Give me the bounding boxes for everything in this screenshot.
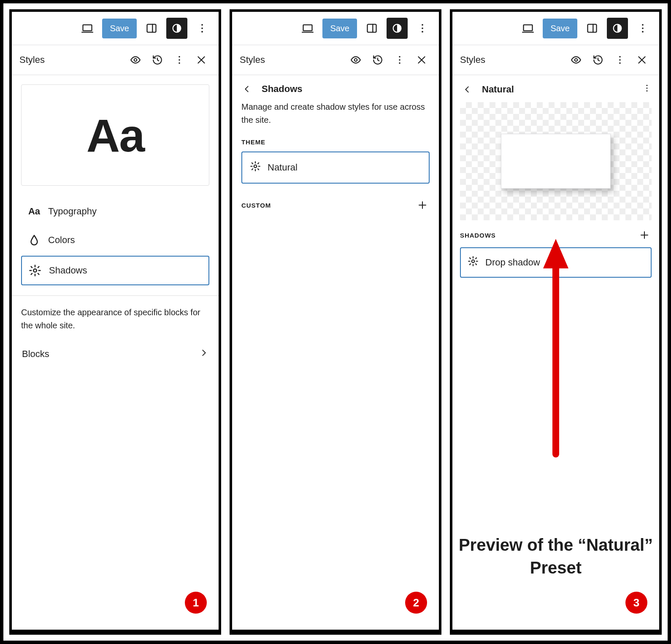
typography-nav[interactable]: Aa Typography xyxy=(21,198,209,225)
styles-toggle-button[interactable] xyxy=(166,18,187,39)
svg-point-41 xyxy=(254,165,257,168)
settings-sidebar-toggle[interactable] xyxy=(582,18,603,39)
drop-shadow-item[interactable]: Drop shadow xyxy=(460,247,652,278)
svg-point-12 xyxy=(179,59,180,60)
stylebook-icon[interactable] xyxy=(566,50,586,70)
shadows-section-label: SHADOWS xyxy=(460,232,496,239)
svg-point-38 xyxy=(399,62,400,64)
close-styles-panel[interactable] xyxy=(632,50,652,70)
three-panel-walkthrough: Save Styles xyxy=(0,0,671,644)
svg-line-49 xyxy=(258,163,259,164)
shadows-panel-header: Shadows xyxy=(232,75,439,96)
styles-panel-header: Styles xyxy=(452,45,659,75)
back-button[interactable] xyxy=(240,84,254,94)
options-menu-button[interactable] xyxy=(632,18,653,39)
options-menu-button[interactable] xyxy=(192,18,213,39)
close-styles-panel[interactable] xyxy=(412,50,431,70)
revisions-icon[interactable] xyxy=(148,50,167,70)
svg-point-36 xyxy=(399,56,400,57)
shadows-nav[interactable]: Shadows xyxy=(21,256,209,285)
svg-point-57 xyxy=(642,24,644,26)
styles-panel-title: Styles xyxy=(460,54,485,65)
svg-line-81 xyxy=(476,258,476,259)
svg-line-48 xyxy=(252,169,253,170)
save-button[interactable]: Save xyxy=(322,19,357,38)
svg-line-80 xyxy=(470,264,471,265)
close-styles-panel[interactable] xyxy=(192,50,211,70)
svg-point-59 xyxy=(642,31,644,32)
styles-panel-title: Styles xyxy=(19,54,45,65)
settings-sidebar-toggle[interactable] xyxy=(141,18,162,39)
typography-label: Typography xyxy=(48,206,97,217)
view-laptop-button[interactable] xyxy=(297,18,318,39)
svg-point-13 xyxy=(179,62,180,64)
preset-detail-body: Natural SHADOWS Drop shadow xyxy=(452,75,659,632)
theme-preset-natural[interactable]: Natural xyxy=(241,152,430,184)
custom-section-label: CUSTOM xyxy=(241,202,271,209)
svg-line-46 xyxy=(252,163,253,164)
revisions-icon[interactable] xyxy=(588,50,608,70)
settings-sidebar-toggle[interactable] xyxy=(361,18,382,39)
step-badge-1: 1 xyxy=(185,592,207,614)
styles-toggle-button[interactable] xyxy=(387,18,408,39)
drop-shadow-label: Drop shadow xyxy=(485,257,540,268)
editor-top-toolbar: Save xyxy=(452,12,659,45)
blocks-description: Customize the appearance of specific blo… xyxy=(21,306,209,332)
view-laptop-button[interactable] xyxy=(77,18,98,39)
colors-label: Colors xyxy=(48,235,75,246)
typography-icon: Aa xyxy=(28,206,41,217)
shadows-label: Shadows xyxy=(49,265,87,276)
styles-toggle-button[interactable] xyxy=(607,18,628,39)
back-button[interactable] xyxy=(460,85,474,94)
step-badge-2: 2 xyxy=(405,592,427,614)
shadow-preview-box xyxy=(501,134,611,189)
svg-point-63 xyxy=(619,56,620,57)
svg-point-33 xyxy=(354,59,357,62)
view-laptop-button[interactable] xyxy=(517,18,538,39)
svg-point-8 xyxy=(134,59,137,62)
svg-point-30 xyxy=(422,24,423,26)
annotation-caption: Preview of the “Natural” Preset xyxy=(452,533,659,579)
svg-rect-25 xyxy=(303,25,312,31)
svg-point-68 xyxy=(647,85,648,86)
add-shadow-button[interactable] xyxy=(637,228,652,242)
preset-natural-label: Natural xyxy=(268,162,298,173)
svg-point-64 xyxy=(619,59,620,60)
svg-line-62 xyxy=(598,60,599,61)
svg-line-35 xyxy=(378,60,379,61)
blocks-label: Blocks xyxy=(22,349,49,360)
preset-more-menu[interactable] xyxy=(642,84,652,95)
styles-panel-header: Styles xyxy=(232,45,439,75)
svg-line-47 xyxy=(258,169,259,170)
blocks-nav[interactable]: Blocks xyxy=(21,346,209,362)
colors-nav[interactable]: Colors xyxy=(21,226,209,254)
svg-rect-54 xyxy=(588,24,597,32)
svg-point-16 xyxy=(33,269,37,272)
revisions-icon[interactable] xyxy=(368,50,387,70)
sun-icon xyxy=(468,256,479,269)
styles-more-menu[interactable] xyxy=(170,50,189,70)
chevron-right-icon xyxy=(199,348,208,360)
options-menu-button[interactable] xyxy=(412,18,433,39)
save-button[interactable]: Save xyxy=(102,19,137,38)
svg-point-65 xyxy=(619,62,620,64)
svg-line-78 xyxy=(470,258,471,259)
panel-step-3: Save Styles xyxy=(450,9,662,635)
styles-more-menu[interactable] xyxy=(390,50,409,70)
svg-line-24 xyxy=(38,267,39,268)
panel-step-1: Save Styles xyxy=(9,9,221,635)
theme-section-label: THEME xyxy=(241,138,430,146)
add-custom-shadow-button[interactable] xyxy=(415,198,430,212)
svg-point-31 xyxy=(422,27,423,29)
panel-step-2: Save Styles xyxy=(230,9,441,635)
stylebook-icon[interactable] xyxy=(126,50,145,70)
svg-line-22 xyxy=(38,273,39,275)
svg-line-10 xyxy=(157,60,159,61)
styles-panel-body: Aa Aa Typography Colors Shadows xyxy=(12,75,219,632)
styles-more-menu[interactable] xyxy=(610,50,630,70)
shadow-preview-area xyxy=(460,102,652,220)
save-button[interactable]: Save xyxy=(543,19,577,38)
svg-line-23 xyxy=(31,273,32,275)
svg-point-73 xyxy=(472,260,475,263)
stylebook-icon[interactable] xyxy=(346,50,365,70)
